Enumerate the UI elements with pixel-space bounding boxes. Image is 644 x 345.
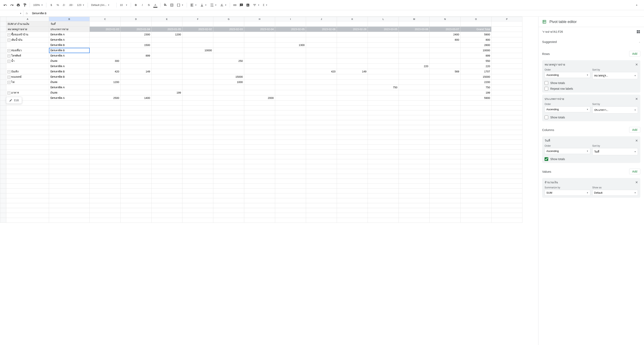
value-cell[interactable] <box>213 32 244 37</box>
value-cell[interactable]: 2300 <box>120 32 152 37</box>
empty-cell[interactable] <box>306 203 337 208</box>
empty-cell[interactable] <box>492 85 522 90</box>
empty-cell[interactable] <box>275 188 306 194</box>
empty-cell[interactable] <box>430 198 460 203</box>
empty-cell[interactable] <box>368 213 399 218</box>
value-cell[interactable]: 149 <box>337 69 368 74</box>
empty-cell[interactable] <box>430 159 460 164</box>
empty-cell[interactable] <box>492 42 522 48</box>
empty-cell[interactable] <box>90 218 120 223</box>
empty-cell[interactable] <box>6 203 49 208</box>
empty-cell[interactable] <box>120 130 152 135</box>
empty-cell[interactable] <box>306 21 337 27</box>
empty-cell[interactable] <box>337 203 368 208</box>
value-cell[interactable] <box>306 42 337 48</box>
value-cell[interactable] <box>399 85 430 90</box>
value-cell[interactable] <box>430 58 460 64</box>
value-cell[interactable] <box>152 37 182 42</box>
empty-cell[interactable] <box>337 194 368 198</box>
empty-cell[interactable] <box>306 218 337 223</box>
value-cell[interactable] <box>244 48 275 53</box>
value-cell[interactable] <box>182 53 213 58</box>
empty-cell[interactable] <box>460 213 492 218</box>
value-cell[interactable] <box>152 74 182 80</box>
empty-cell[interactable] <box>337 198 368 203</box>
empty-cell[interactable] <box>368 150 399 154</box>
empty-cell[interactable] <box>120 179 152 184</box>
empty-cell[interactable] <box>49 179 90 184</box>
row1-order-select[interactable]: Ascending▼ <box>544 72 590 78</box>
empty-cell[interactable] <box>492 135 522 140</box>
value-cell[interactable] <box>244 74 275 80</box>
empty-cell[interactable] <box>492 32 522 37</box>
pivot-row-field-label[interactable]: หมวดหมู่รายจ่าย <box>6 27 49 32</box>
empty-cell[interactable] <box>492 106 522 110</box>
empty-cell[interactable] <box>90 106 120 110</box>
value-cell[interactable] <box>368 58 399 64</box>
empty-cell[interactable] <box>460 150 492 154</box>
value-cell[interactable] <box>306 48 337 53</box>
value-cell[interactable]: 1200 <box>152 32 182 37</box>
value-cell[interactable] <box>244 42 275 48</box>
value-cell[interactable] <box>337 85 368 90</box>
payment-type-cell[interactable]: บัตรเครดิต A <box>49 64 90 69</box>
empty-cell[interactable] <box>368 218 399 223</box>
fill-color-button[interactable] <box>162 2 168 8</box>
empty-cell[interactable] <box>492 27 522 32</box>
empty-cell[interactable] <box>430 164 460 169</box>
value-cell[interactable] <box>244 58 275 64</box>
row-header[interactable] <box>0 37 6 42</box>
empty-cell[interactable] <box>244 120 275 125</box>
empty-cell[interactable] <box>182 150 213 154</box>
empty-cell[interactable] <box>460 140 492 145</box>
empty-cell[interactable] <box>337 164 368 169</box>
empty-cell[interactable] <box>492 203 522 208</box>
empty-cell[interactable] <box>306 169 337 174</box>
remove-value-field[interactable]: ✕ <box>635 180 638 184</box>
empty-cell[interactable] <box>182 164 213 169</box>
show-as-select[interactable]: Default▼ <box>592 190 638 196</box>
empty-cell[interactable] <box>213 106 244 110</box>
empty-cell[interactable] <box>152 106 182 110</box>
more-formats-select[interactable]: 123▼ <box>76 2 86 8</box>
empty-cell[interactable] <box>368 145 399 150</box>
row-header[interactable] <box>0 101 6 106</box>
row-header[interactable] <box>0 179 6 184</box>
empty-cell[interactable] <box>90 145 120 150</box>
empty-cell[interactable] <box>90 188 120 194</box>
value-cell[interactable] <box>90 37 120 42</box>
empty-cell[interactable] <box>90 125 120 130</box>
row-header[interactable] <box>0 85 6 90</box>
empty-cell[interactable] <box>275 125 306 130</box>
empty-cell[interactable] <box>306 130 337 135</box>
empty-cell[interactable] <box>213 115 244 120</box>
empty-cell[interactable] <box>430 179 460 184</box>
empty-cell[interactable] <box>49 115 90 120</box>
empty-cell[interactable] <box>182 110 213 115</box>
empty-cell[interactable] <box>182 169 213 174</box>
empty-cell[interactable] <box>399 174 430 179</box>
row-header[interactable] <box>0 21 6 27</box>
value-cell[interactable] <box>430 80 460 85</box>
value-cell[interactable] <box>120 74 152 80</box>
format-currency-button[interactable]: $ <box>48 2 54 8</box>
column-header-P[interactable]: P <box>492 17 522 21</box>
empty-cell[interactable] <box>152 203 182 208</box>
empty-cell[interactable] <box>213 203 244 208</box>
empty-cell[interactable] <box>120 106 152 110</box>
empty-cell[interactable] <box>244 106 275 110</box>
column-header-C[interactable]: C <box>90 17 120 21</box>
row-total-cell[interactable]: 5900 <box>460 32 492 37</box>
select-all-corner[interactable] <box>0 17 6 21</box>
row-header[interactable] <box>0 96 6 101</box>
remove-row-field-1[interactable]: ✕ <box>635 63 638 66</box>
empty-cell[interactable] <box>492 101 522 106</box>
empty-cell[interactable] <box>213 150 244 154</box>
print-button[interactable] <box>16 2 21 8</box>
row2-order-select[interactable]: Ascending▼ <box>544 106 590 112</box>
date-header[interactable]: 2023-03-07 <box>430 27 460 32</box>
empty-cell[interactable] <box>120 120 152 125</box>
category-cell[interactable]: −บันเทิง <box>6 69 49 74</box>
empty-cell[interactable] <box>49 120 90 125</box>
payment-type-cell[interactable]: บัตรเครดิต A <box>49 37 90 42</box>
